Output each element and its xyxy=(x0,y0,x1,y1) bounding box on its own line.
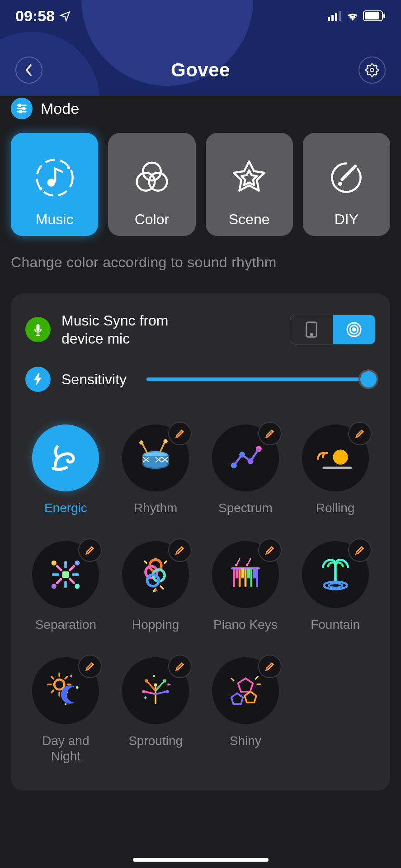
spectrum-icon xyxy=(212,425,279,491)
effect-fountain[interactable]: Fountain xyxy=(295,541,376,632)
mode-card-music[interactable]: Music xyxy=(11,133,98,236)
svg-line-71 xyxy=(65,677,67,679)
effect-label: Hopping xyxy=(132,617,179,632)
edit-icon[interactable] xyxy=(258,655,282,678)
gear-icon xyxy=(365,63,379,77)
svg-rect-3 xyxy=(339,11,341,21)
effect-label: Spectrum xyxy=(218,500,273,516)
svg-point-64 xyxy=(55,679,65,689)
edit-icon[interactable] xyxy=(348,538,372,562)
mode-card-diy[interactable]: DIY xyxy=(303,133,390,236)
svg-point-43 xyxy=(52,584,57,589)
svg-line-30 xyxy=(142,443,147,453)
svg-rect-2 xyxy=(335,13,337,21)
chevron-left-icon xyxy=(24,64,33,76)
nav-bar: Govee xyxy=(0,50,401,90)
home-indicator[interactable] xyxy=(133,858,269,862)
sensitivity-slider[interactable] xyxy=(146,370,376,388)
effect-label: Piano Keys xyxy=(213,617,278,632)
effect-hopping[interactable]: ✦Hopping xyxy=(115,541,196,632)
svg-point-25 xyxy=(311,334,312,335)
edit-icon[interactable] xyxy=(258,422,282,445)
svg-text:✦: ✦ xyxy=(69,673,74,680)
sliders-icon xyxy=(11,98,33,119)
sync-label: Music Sync from device mic xyxy=(61,311,168,348)
svg-rect-23 xyxy=(36,335,40,336)
svg-text:✦: ✦ xyxy=(151,673,156,680)
svg-rect-5 xyxy=(365,12,379,19)
svg-rect-59 xyxy=(253,568,255,578)
effect-piano-keys[interactable]: Piano Keys xyxy=(205,541,286,632)
svg-point-28 xyxy=(353,328,355,331)
phone-icon xyxy=(305,321,318,338)
svg-line-84 xyxy=(255,677,258,679)
effect-label: Sprouting xyxy=(128,733,183,749)
svg-point-11 xyxy=(19,104,21,107)
hopping-icon: ✦ xyxy=(122,541,189,608)
svg-line-32 xyxy=(160,442,165,453)
effect-shiny[interactable]: Shiny xyxy=(205,657,286,764)
svg-point-75 xyxy=(65,703,67,705)
effect-day-and-night[interactable]: ✦Day andNight xyxy=(25,657,106,764)
rolling-icon xyxy=(302,425,369,491)
mode-label: Scene xyxy=(229,211,270,228)
effect-rolling[interactable]: Rolling xyxy=(295,425,376,516)
effect-separation[interactable]: Separation xyxy=(25,541,106,632)
edit-icon[interactable] xyxy=(168,655,192,678)
sprouting-icon: ✦✦✦ xyxy=(122,657,189,724)
svg-point-61 xyxy=(246,564,249,566)
mode-card-color[interactable]: Color xyxy=(108,133,195,236)
effect-rhythm[interactable]: Rhythm xyxy=(115,425,196,516)
status-bar: 09:58 xyxy=(0,0,401,32)
piano-icon xyxy=(212,541,279,608)
svg-line-72 xyxy=(52,690,54,693)
effect-energic[interactable]: Energic xyxy=(25,425,106,516)
svg-rect-58 xyxy=(247,568,250,578)
edit-icon[interactable] xyxy=(258,538,282,562)
music-settings-panel: Music Sync from device mic Sensitivity xyxy=(11,293,390,791)
source-phone[interactable] xyxy=(290,315,333,344)
svg-point-42 xyxy=(75,560,80,565)
svg-point-12 xyxy=(23,108,25,110)
mode-card-scene[interactable]: Scene xyxy=(206,133,293,236)
drum-icon xyxy=(122,425,189,491)
effect-label: Separation xyxy=(35,617,96,632)
svg-point-79 xyxy=(142,690,146,693)
brand-logo: Govee xyxy=(171,59,230,81)
daynight-icon: ✦ xyxy=(32,657,99,724)
svg-point-44 xyxy=(75,584,80,589)
svg-point-15 xyxy=(47,179,55,187)
settings-button[interactable] xyxy=(359,57,386,84)
music-icon xyxy=(30,144,80,211)
svg-line-86 xyxy=(231,679,234,681)
effect-sprouting[interactable]: ✦✦✦Sprouting xyxy=(115,657,196,764)
svg-point-7 xyxy=(370,68,374,72)
source-device[interactable] xyxy=(333,315,375,344)
edit-icon[interactable] xyxy=(168,422,192,445)
edit-icon[interactable] xyxy=(78,538,102,562)
svg-point-21 xyxy=(338,182,342,186)
svg-point-20 xyxy=(149,173,167,191)
mode-section-header: Mode xyxy=(11,98,390,119)
mode-label: Color xyxy=(135,211,169,228)
shiny-icon xyxy=(212,657,279,724)
svg-point-77 xyxy=(145,679,148,682)
effect-label: Rolling xyxy=(316,500,355,516)
edit-icon[interactable] xyxy=(348,422,372,445)
slider-thumb[interactable] xyxy=(359,369,378,389)
edit-icon[interactable] xyxy=(78,655,102,678)
svg-point-33 xyxy=(164,439,168,443)
scene-icon xyxy=(229,144,269,211)
separation-icon xyxy=(32,541,99,608)
effect-label: Day andNight xyxy=(42,733,89,764)
edit-icon[interactable] xyxy=(168,538,192,562)
slider-track xyxy=(146,377,376,381)
effect-spectrum[interactable]: Spectrum xyxy=(205,425,286,516)
back-button[interactable] xyxy=(15,57,42,84)
svg-point-80 xyxy=(165,690,169,693)
fountain-icon xyxy=(302,541,369,608)
svg-line-69 xyxy=(52,677,54,679)
source-toggle[interactable] xyxy=(290,315,376,344)
signal-icon xyxy=(328,11,342,21)
effect-label: Shiny xyxy=(230,733,261,749)
